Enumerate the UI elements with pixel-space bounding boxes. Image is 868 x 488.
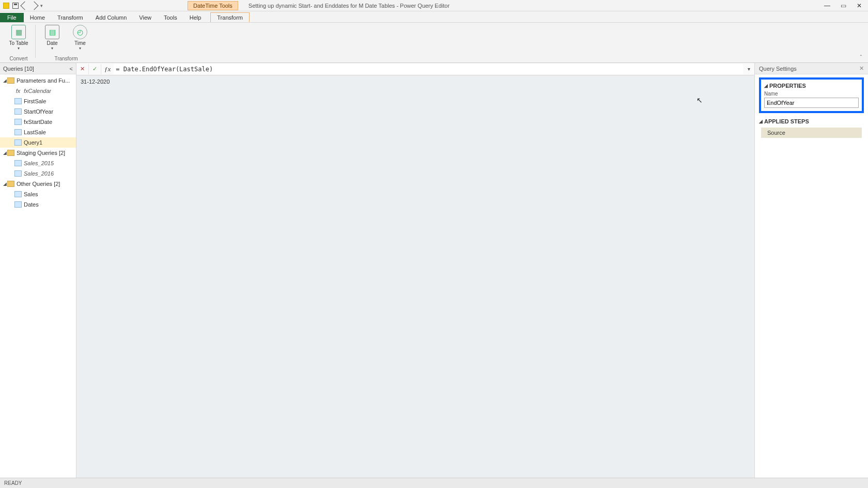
group-label: Staging Queries [2] [17,150,65,156]
to-table-label: To Table [9,40,28,46]
query-label: FirstSale [24,98,46,104]
chevron-down-icon: ◢ [759,119,764,124]
query-item[interactable]: FirstSale [0,96,76,106]
ribbon: ▦ To Table ▾ Convert ▤ Date ▾ ◴ Time ▾ T… [0,23,868,63]
ribbon-group-transform: ▤ Date ▾ ◴ Time ▾ Transform [37,25,96,62]
qat-customize-icon[interactable]: ▾ [40,3,43,8]
query-item[interactable]: Sales_2016 [0,168,76,179]
minimize-button[interactable]: — [824,2,830,9]
queries-group[interactable]: ◢Parameters and Fu... [0,75,76,86]
title-bar: ▾ DateTime Tools Setting up dynamic Star… [0,0,868,11]
folder-icon [7,150,14,156]
tab-home[interactable]: Home [24,13,51,22]
formula-input[interactable] [114,64,743,74]
window-title: Setting up dynamic Start- and Enddates f… [249,3,450,9]
tab-datetime-transform[interactable]: Transform [210,12,250,22]
tab-add-column[interactable]: Add Column [89,13,133,22]
fx-icon[interactable]: ƒx [101,65,114,73]
tab-help[interactable]: Help [183,13,208,22]
ribbon-tabs: File Home Transform Add Column View Tool… [0,11,868,23]
dropdown-icon: ▾ [18,46,20,51]
query-settings-header: Query Settings ✕ [755,63,868,74]
preview-scalar-value: 31-12-2020 [81,78,110,85]
query-label: Sales_2015 [24,160,54,166]
maximize-button[interactable]: ▭ [841,2,846,9]
applied-steps-heading[interactable]: ◢ APPLIED STEPS [759,118,864,124]
ribbon-group-convert: ▦ To Table ▾ Convert [3,25,34,62]
dropdown-icon: ▾ [79,46,81,51]
date-button[interactable]: ▤ Date ▾ [41,25,64,51]
quick-access-toolbar: ▾ [0,3,43,9]
table-icon [14,201,22,208]
to-table-button[interactable]: ▦ To Table ▾ [7,25,30,51]
query-label: Sales_2016 [24,170,54,177]
query-label: fxStartDate [24,119,52,125]
queries-panel-header: Queries [10] < [0,63,76,74]
redo-icon[interactable] [30,1,39,10]
app-icon [3,3,9,9]
queries-header-label: Queries [10] [3,66,34,72]
contextual-tab-datetime-tools[interactable]: DateTime Tools [188,1,238,10]
applied-steps-label: APPLIED STEPS [764,118,809,124]
ribbon-separator [35,25,36,58]
close-button[interactable]: ✕ [857,2,862,9]
query-item[interactable]: Sales_2015 [0,158,76,168]
properties-highlight-box: ◢ PROPERTIES Name [759,77,864,113]
table-icon [14,119,22,125]
close-query-settings-icon[interactable]: ✕ [859,65,864,72]
tab-tools[interactable]: Tools [158,13,183,22]
query-item[interactable]: Dates [0,199,76,210]
chevron-down-icon: ◢ [764,83,769,88]
table-icon [14,170,22,177]
query-label: fxCalendar [24,88,51,94]
folder-icon [7,77,14,84]
queries-group[interactable]: ◢Staging Queries [2] [0,148,76,158]
properties-section: ◢ PROPERTIES Name [755,74,868,118]
table-icon [14,98,22,104]
group-label-convert: Convert [9,56,27,61]
query-name-input[interactable] [764,98,859,108]
clock-icon: ◴ [73,25,87,39]
mouse-cursor-icon: ↖ [696,96,703,104]
time-button[interactable]: ◴ Time ▾ [69,25,91,51]
chevron-down-icon: ◢ [2,78,7,83]
formula-bar: ✕ ✓ ƒx ▾ [76,63,754,75]
window-controls: — ▭ ✕ [824,2,868,9]
properties-heading[interactable]: ◢ PROPERTIES [764,83,859,89]
tab-file[interactable]: File [0,13,24,22]
query-item[interactable]: LastSale [0,127,76,137]
query-item[interactable]: Query1 [0,137,76,148]
query-label: Dates [24,201,39,208]
query-item[interactable]: StartOfYear [0,106,76,117]
table-icon: ▦ [11,25,26,39]
query-item[interactable]: Sales [0,189,76,199]
applied-step[interactable]: Source [761,128,862,138]
tab-view[interactable]: View [133,13,158,22]
save-icon[interactable] [12,3,19,9]
main-area: Queries [10] < ◢Parameters and Fu...fxfx… [0,63,868,478]
query-item[interactable]: fxfxCalendar [0,86,76,96]
folder-icon [7,181,14,187]
applied-steps-list[interactable]: Source [759,127,864,140]
table-icon [14,160,22,166]
queries-group[interactable]: ◢Other Queries [2] [0,179,76,189]
time-label: Time [74,40,86,46]
tab-transform[interactable]: Transform [51,13,89,22]
table-icon [14,129,22,135]
undo-icon[interactable] [21,1,29,10]
commit-formula-button[interactable]: ✓ [89,64,101,74]
query-item[interactable]: fxStartDate [0,117,76,127]
collapse-queries-icon[interactable]: < [70,66,73,72]
table-icon [14,191,22,197]
table-icon [14,108,22,115]
group-label-transform: Transform [54,56,78,61]
calendar-icon: ▤ [45,25,59,39]
date-label: Date [47,40,57,46]
queries-tree[interactable]: ◢Parameters and Fu...fxfxCalendarFirstSa… [0,74,76,211]
group-label: Parameters and Fu... [17,77,70,84]
query-preview: 31-12-2020 ↖ [76,75,754,478]
formula-dropdown-icon[interactable]: ▾ [743,66,754,72]
query-label: LastSale [24,129,46,135]
collapse-ribbon-icon[interactable]: ˆ [860,55,865,60]
cancel-formula-button[interactable]: ✕ [76,64,89,74]
